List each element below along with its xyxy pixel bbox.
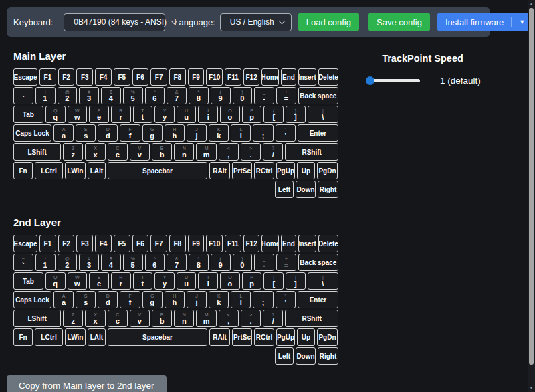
key-7[interactable]: &7 [167,254,187,271]
key-9[interactable]: (9 [211,254,231,271]
key-end[interactable]: End [281,235,296,252]
key-f6[interactable]: F6 [132,68,149,86]
key-pgdn[interactable]: PgDn [317,162,338,179]
scroll-down-icon[interactable]: ▼ [528,385,535,391]
key-z[interactable]: Zz [63,143,83,161]
key-sym-92[interactable]: |\ [308,106,338,123]
key-8[interactable]: *8 [189,87,209,104]
key-f5[interactable]: F5 [114,235,130,252]
key-g[interactable]: Gg [142,124,163,142]
keyboard-model-select[interactable]: 0B47190 (84 keys - ANSI) [64,13,165,31]
key-g[interactable]: Gg [142,291,163,308]
key-lwin[interactable]: LWin [65,328,86,346]
key-w[interactable]: Ww [68,272,88,290]
key-f2[interactable]: F2 [58,235,75,252]
key-f11[interactable]: F11 [225,68,241,86]
key-f8[interactable]: F8 [169,235,186,252]
key-f4[interactable]: F4 [95,68,112,86]
key-0[interactable]: )0 [233,254,253,271]
key-6[interactable]: ^6 [145,254,165,271]
install-firmware-button[interactable]: Install firmware ▼ [437,13,532,31]
key-3[interactable]: #3 [79,254,99,271]
key-1[interactable]: !1 [35,254,56,271]
key-5[interactable]: %5 [123,87,143,104]
key-q[interactable]: Qq [45,272,66,290]
key-f2[interactable]: F2 [58,68,75,86]
key-5[interactable]: %5 [123,254,143,271]
key-lctrl[interactable]: LCtrl [35,328,63,346]
key-w[interactable]: Ww [68,106,88,123]
key-f7[interactable]: F7 [150,235,167,252]
key-sym-91[interactable]: {[ [263,106,284,123]
key-f9[interactable]: F9 [188,68,205,86]
key-f12[interactable]: F12 [243,68,260,86]
key-o[interactable]: Oo [220,106,240,123]
key-s[interactable]: Ss [76,124,96,142]
key-r[interactable]: Rr [111,272,131,290]
scrollbar-thumb[interactable] [529,8,534,365]
language-select[interactable]: US / English [220,13,292,31]
key-h[interactable]: Hh [165,124,185,142]
key-k[interactable]: Kk [209,124,229,142]
key-lwin[interactable]: LWin [65,162,86,179]
key-u[interactable]: Uu [177,272,197,290]
key-e[interactable]: Ee [89,106,109,123]
key-rshift[interactable]: RShift [285,310,338,327]
key-o[interactable]: Oo [220,272,240,290]
key-sym-39[interactable]: "' [276,124,296,142]
key-escape[interactable]: Escape [13,68,37,86]
key-t[interactable]: Tt [133,106,153,123]
key-right[interactable]: Right [318,181,338,198]
key-f1[interactable]: F1 [39,68,56,86]
key-a[interactable]: Aa [54,124,74,142]
key-sym-45[interactable]: _- [254,254,274,271]
key-sym-59[interactable]: :; [253,124,273,142]
copy-main-to-2nd-button[interactable]: Copy from Main layer to 2nd layer [7,375,167,392]
key-i[interactable]: Ii [198,272,218,290]
key-f10[interactable]: F10 [206,235,223,252]
key-8[interactable]: *8 [189,254,209,271]
key-ralt[interactable]: RAlt [209,328,230,346]
key-lshift[interactable]: LShift [13,143,61,161]
slider-thumb[interactable] [366,76,374,85]
key-delete[interactable]: Delete [318,68,338,86]
key-9[interactable]: (9 [211,87,231,104]
key-sym-44[interactable]: <, [219,143,239,161]
trackpoint-speed-slider[interactable] [366,76,420,85]
key-prtsc[interactable]: PrtSc [232,328,252,346]
key-f11[interactable]: F11 [225,235,241,252]
key-sym-96[interactable]: ~` [13,87,33,104]
key-sym-93[interactable]: }] [286,106,306,123]
key-rshift[interactable]: RShift [285,143,338,161]
key-p[interactable]: Pp [242,272,262,290]
key-tab[interactable]: Tab [13,106,43,123]
key-sym-91[interactable]: {[ [263,272,284,290]
key-2[interactable]: @2 [58,254,78,271]
key-up[interactable]: Up [297,328,315,346]
key-q[interactable]: Qq [45,106,66,123]
load-config-button[interactable]: Load config [298,13,359,31]
key-c[interactable]: Cc [108,310,128,327]
save-config-button[interactable]: Save config [368,13,430,31]
key-t[interactable]: Tt [133,272,153,290]
key-p[interactable]: Pp [242,106,262,123]
key-right[interactable]: Right [318,347,338,365]
key-l[interactable]: Ll [231,124,251,142]
key-back-space[interactable]: Back space [298,87,338,104]
key-n[interactable]: Nn [174,310,194,327]
key-lctrl[interactable]: LCtrl [35,162,63,179]
key-spacebar[interactable]: Spacebar [108,162,207,179]
key-sym-45[interactable]: _- [254,87,274,104]
key-enter[interactable]: Enter [298,291,338,308]
key-b[interactable]: Bb [152,310,172,327]
key-pgdn[interactable]: PgDn [317,328,338,346]
key-7[interactable]: &7 [167,87,187,104]
key-enter[interactable]: Enter [298,124,338,142]
key-f3[interactable]: F3 [76,235,93,252]
key-tab[interactable]: Tab [13,272,43,290]
key-f4[interactable]: F4 [95,235,112,252]
scroll-up-icon[interactable]: ▲ [528,1,535,7]
key-lalt[interactable]: LAlt [88,328,106,346]
key-f6[interactable]: F6 [132,235,149,252]
key-c[interactable]: Cc [108,143,128,161]
